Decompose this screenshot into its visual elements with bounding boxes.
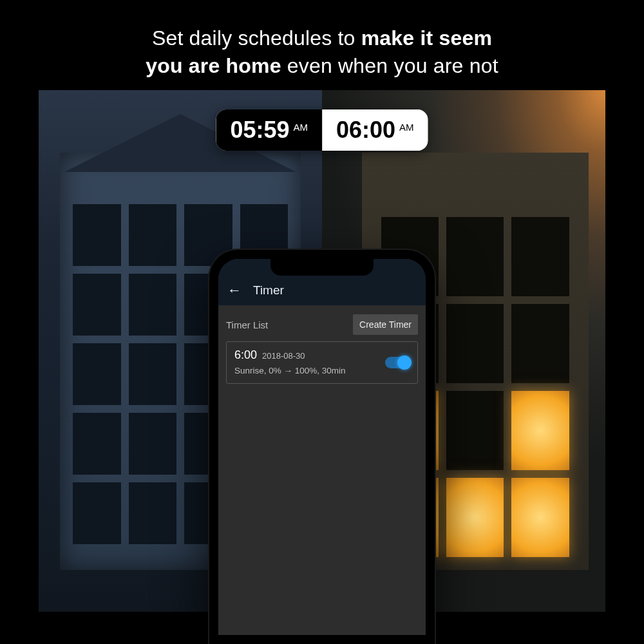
- create-timer-button[interactable]: Create Timer: [353, 314, 418, 335]
- timer-enabled-toggle[interactable]: [385, 357, 411, 368]
- time-comparison-pill: 05:59 AM 06:00 AM: [216, 109, 428, 151]
- timer-list-title: Timer List: [226, 319, 268, 330]
- timer-item[interactable]: 6:00 2018-08-30 Sunrise, 0% → 100%, 30mi…: [226, 341, 418, 384]
- time-after: 06:00 AM: [322, 109, 428, 151]
- time-before-value: 05:59: [230, 109, 289, 151]
- time-before: 05:59 AM: [216, 109, 322, 151]
- phone-notch: [270, 259, 374, 276]
- headline-part2: even when you are not: [281, 54, 498, 77]
- toggle-knob: [397, 355, 412, 370]
- time-after-value: 06:00: [336, 109, 395, 151]
- phone-screen: ← Timer Timer List Create Timer 6:00 201…: [218, 259, 426, 635]
- headline-part1: Set daily schedules to: [152, 26, 361, 50]
- phone-frame: ← Timer Timer List Create Timer 6:00 201…: [209, 250, 435, 644]
- headline-bold2: you are home: [146, 54, 281, 77]
- timer-date: 2018-08-30: [262, 351, 305, 361]
- time-before-ampm: AM: [294, 109, 308, 148]
- back-arrow-icon[interactable]: ←: [227, 283, 242, 298]
- timer-time: 6:00: [234, 348, 257, 362]
- headline-bold1: make it seem: [361, 26, 492, 50]
- app-bar-title: Timer: [253, 283, 284, 298]
- hero-headline: Set daily schedules to make it seem you …: [0, 24, 644, 80]
- timer-list-header: Timer List Create Timer: [226, 314, 418, 335]
- time-after-ampm: AM: [399, 109, 414, 148]
- timer-description: Sunrise, 0% → 100%, 30min: [234, 366, 410, 375]
- app-content: Timer List Create Timer 6:00 2018-08-30 …: [218, 305, 426, 635]
